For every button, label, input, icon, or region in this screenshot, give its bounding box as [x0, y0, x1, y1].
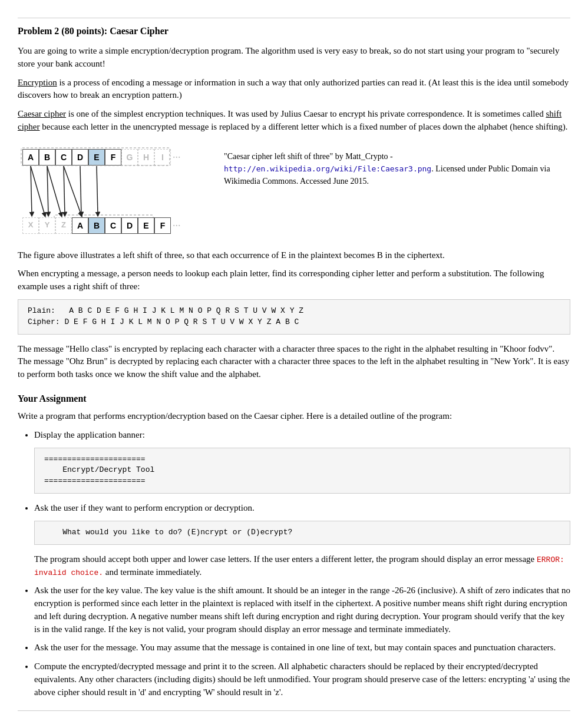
alpha-Y-faded: Y [39, 217, 55, 234]
svg-line-3 [47, 166, 61, 215]
problem-title: Problem 2 (80 points): Caesar Cipher [18, 24, 570, 38]
cipher-table-block: Plain: A B C D E F G H I J K L M N O P Q… [18, 299, 570, 335]
figure-desc: The figure above illustrates a left shif… [18, 249, 570, 262]
svg-line-6 [47, 166, 48, 214]
caption-link[interactable]: http://en.wikipedia.org/wiki/File:Caesar… [224, 164, 431, 173]
assignment-bullets: Display the application banner: ========… [34, 429, 570, 699]
bot-alpha-F: F [154, 217, 171, 234]
bullet-1: Display the application banner: ========… [34, 429, 570, 494]
svg-line-8 [80, 166, 81, 214]
cipher-label: Cipher: [28, 317, 60, 326]
bottom-dots: ··· [173, 217, 181, 234]
caption-text-1: "Caesar cipher left shift of three" by M… [224, 152, 393, 161]
svg-line-2 [31, 166, 45, 215]
intro-para-1: You are going to write a simple encrypti… [18, 45, 570, 71]
alpha-Z-faded: Z [55, 217, 72, 234]
bot-alpha-C: C [105, 217, 121, 234]
figure-container: A B C D E F G H I ··· [18, 144, 570, 239]
bullet-2: Ask the user if they want to perform enc… [34, 502, 570, 578]
svg-line-9 [97, 166, 98, 214]
svg-rect-0 [21, 148, 170, 166]
caesar-desc-1: is one of the simplest encryption techni… [68, 109, 546, 118]
alpha-X-faded: X [22, 217, 39, 234]
bottom-alphabet-row: X Y Z A B C D E F ··· [22, 217, 181, 234]
encryption-link[interactable]: Encryption [18, 78, 57, 87]
banner-code-block: ====================== Encrypt/Decrypt T… [34, 448, 570, 494]
assignment-title: Your Assignment [18, 392, 570, 405]
diagram-wrapper: A B C D E F G H I ··· [18, 144, 200, 239]
cipher-letters: D E F G H I J K L M N O P Q R S T U V W … [64, 317, 299, 326]
cipher-diagram: A B C D E F G H I ··· [18, 144, 206, 239]
svg-line-5 [31, 166, 32, 214]
bottom-rule [18, 710, 570, 711]
intro-para-3: Caesar cipher is one of the simplest enc… [18, 108, 570, 134]
bullet-4: Ask the user for the message. You may as… [34, 641, 570, 654]
svg-line-7 [64, 166, 65, 214]
message-desc: The message "Hello class" is encrypted b… [18, 343, 570, 381]
bullet-3: Ask the user for the key value. The key … [34, 584, 570, 636]
svg-line-4 [64, 166, 81, 215]
plain-letters: A B C D E F G H I J K L M N O P Q R S T … [69, 306, 303, 315]
encrypting-desc: When encrypting a message, a person need… [18, 267, 570, 293]
assignment-intro: Write a program that performs encryption… [18, 410, 570, 423]
bot-alpha-D: D [121, 217, 138, 234]
prompt-code-block: What would you like to do? (E)ncrypt or … [34, 521, 570, 545]
bullet-2-desc-2: and terminate immediately. [103, 567, 201, 577]
bullet-5: Compute the encrypted/decrypted message … [34, 660, 570, 699]
bullet-1-text: Display the application banner: [34, 430, 145, 439]
cipher-caption: "Caesar cipher left shift of three" by M… [224, 150, 570, 187]
bullet-2-desc: The program should accept both upper and… [34, 553, 570, 579]
bot-alpha-B-highlight: B [88, 217, 105, 234]
caesar-cipher-link[interactable]: Caesar cipher [18, 109, 66, 118]
bot-alpha-A: A [72, 217, 88, 234]
bullet-2-desc-1: The program should accept both upper and… [34, 554, 537, 564]
top-rule [18, 18, 570, 18]
caesar-desc-2: because each letter in the unencrypted m… [42, 122, 567, 131]
bullet-2-text: Ask the user if they want to perform enc… [34, 503, 255, 512]
plain-label: Plain: [28, 306, 55, 315]
intro-para-2: Encryption is a process of encoding a me… [18, 77, 570, 102]
bot-alpha-E: E [138, 217, 154, 234]
encryption-desc: is a process of encoding a message or in… [18, 78, 569, 100]
